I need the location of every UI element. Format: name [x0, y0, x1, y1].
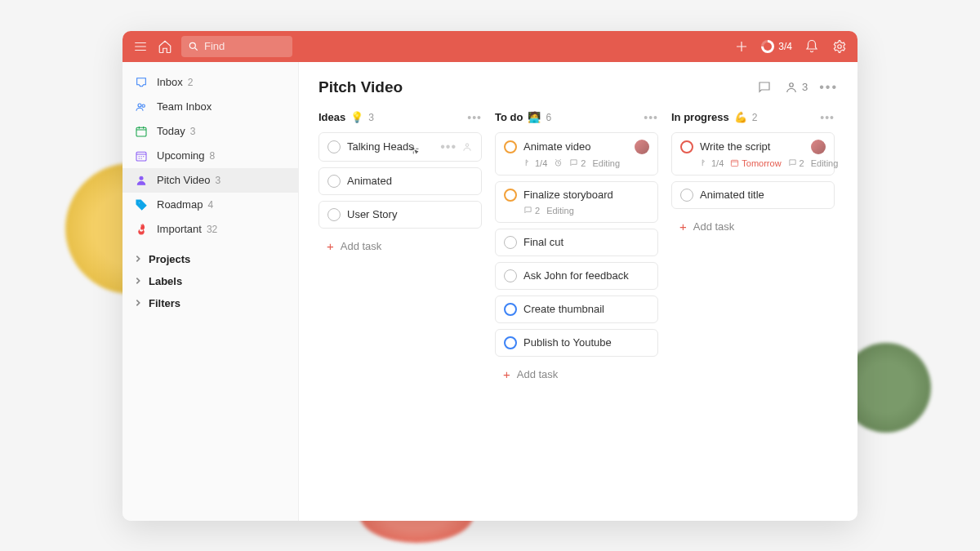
svg-point-1 [838, 44, 842, 48]
search-input[interactable] [204, 40, 286, 52]
comments-icon[interactable] [756, 79, 773, 96]
task-card[interactable]: Publish to Youtube [495, 329, 658, 357]
sidebar-item-pitch-video[interactable]: Pitch Video 3 [122, 168, 298, 193]
sidebar-group-filters[interactable]: Filters [122, 292, 298, 314]
subtask-count: 1/4 [523, 158, 547, 168]
task-title: User Story [347, 208, 473, 220]
column-to-do: To do 🧑‍💻 6 ••• Animate video 1/42Editin… [495, 111, 658, 386]
task-checkbox[interactable] [680, 140, 693, 153]
column-more-menu[interactable]: ••• [644, 111, 658, 124]
share-button[interactable]: 3 [784, 80, 808, 95]
sidebar-item-label: Pitch Video [157, 174, 211, 186]
assignee-avatar[interactable] [635, 140, 649, 154]
svg-point-9 [412, 148, 414, 149]
column-emoji: 💪 [734, 111, 747, 123]
task-checkbox[interactable] [327, 208, 341, 221]
task-checkbox[interactable] [504, 236, 517, 249]
sidebar-item-team-inbox[interactable]: Team Inbox [122, 95, 298, 119]
task-card[interactable]: Animated [318, 167, 482, 195]
task-card[interactable]: Ask John for feedback [495, 262, 658, 290]
column-count: 6 [546, 112, 551, 123]
assignee-avatar[interactable] [811, 140, 826, 154]
tray-icon [134, 75, 149, 90]
search-box[interactable] [181, 36, 292, 57]
task-checkbox[interactable] [504, 303, 517, 316]
task-checkbox[interactable] [327, 175, 341, 188]
column-header: To do 🧑‍💻 6 ••• [495, 111, 658, 124]
topbar: 3/4 [122, 31, 858, 62]
task-card[interactable]: Finalize storyboard 2Editing [495, 181, 658, 223]
column-more-menu[interactable]: ••• [467, 111, 482, 124]
productivity-badge[interactable]: 3/4 [761, 40, 792, 53]
app-window: 3/4 Inbox 2 Team Inbox Today 3 Upcoming … [122, 31, 858, 521]
settings-icon[interactable] [831, 38, 848, 55]
column-header: In progress 💪 2 ••• [671, 111, 835, 124]
svg-point-10 [466, 143, 469, 146]
sidebar-item-upcoming[interactable]: Upcoming 8 [122, 144, 298, 168]
column-title: Ideas [318, 111, 345, 123]
sidebar-item-count: 4 [207, 199, 213, 211]
sidebar-item-inbox[interactable]: Inbox 2 [122, 70, 298, 95]
card-more-icon[interactable]: ••• [440, 140, 457, 154]
home-icon[interactable] [157, 38, 173, 55]
column-emoji: 💡 [350, 111, 363, 123]
chevron-right-icon [134, 255, 142, 263]
more-menu[interactable]: ••• [819, 80, 838, 95]
sidebar-group-projects[interactable]: Projects [122, 248, 298, 270]
person-icon [784, 80, 799, 95]
add-task-button[interactable]: + Add task [671, 215, 835, 238]
svg-point-6 [140, 176, 143, 180]
task-card[interactable]: User Story [318, 201, 482, 229]
card-label: Editing [546, 206, 574, 216]
task-card[interactable]: Talking Heads ••• [318, 132, 482, 162]
team-tray-icon [134, 100, 149, 114]
card-meta: 1/42Editing [523, 158, 649, 168]
column-ideas: Ideas 💡 3 ••• Talking Heads ••• Animated [318, 111, 482, 258]
task-card[interactable]: Write the script 1/4Tomorrow2Editing [671, 132, 835, 176]
svg-point-0 [189, 42, 195, 48]
column-more-menu[interactable]: ••• [820, 111, 835, 124]
menu-icon[interactable] [132, 38, 149, 55]
add-task-label: Add task [517, 368, 559, 380]
task-checkbox[interactable] [504, 140, 517, 153]
task-card[interactable]: Final cut [495, 229, 658, 256]
sidebar-group-label: Projects [149, 253, 190, 265]
task-checkbox[interactable] [504, 336, 517, 349]
sidebar-item-label: Today [157, 125, 185, 137]
sidebar-item-label: Upcoming [157, 149, 205, 162]
task-title: Create thumbnail [523, 303, 649, 315]
add-task-button[interactable]: + Add task [318, 234, 482, 258]
sidebar-item-count: 3 [190, 126, 196, 137]
assign-icon[interactable] [461, 141, 473, 153]
task-checkbox[interactable] [327, 140, 341, 153]
progress-text: 3/4 [778, 41, 792, 52]
task-checkbox[interactable] [504, 269, 517, 282]
task-card[interactable]: Animated title [671, 181, 835, 209]
add-icon[interactable] [733, 38, 750, 55]
calendar-today-icon [134, 124, 149, 139]
card-hover-actions[interactable]: ••• [440, 140, 473, 154]
sidebar-item-important[interactable]: Important 32 [122, 217, 298, 242]
sidebar-item-label: Roadmap [157, 198, 203, 211]
cursor-icon [409, 144, 421, 156]
column-title: In progress [671, 111, 729, 123]
sidebar-group-label: Filters [149, 297, 180, 309]
task-card[interactable]: Animate video 1/42Editing [495, 132, 658, 176]
card-meta: 1/4Tomorrow2Editing [700, 158, 826, 168]
chevron-right-icon [134, 277, 142, 285]
subtask-count: 1/4 [700, 158, 724, 168]
comment-count: 2 [523, 206, 540, 216]
column-count: 3 [368, 112, 374, 123]
task-checkbox[interactable] [680, 189, 693, 202]
sidebar-group-labels[interactable]: Labels [122, 270, 298, 292]
task-title: Animated title [700, 189, 826, 201]
add-task-label: Add task [693, 220, 735, 233]
task-card[interactable]: Create thumbnail [495, 295, 658, 323]
sidebar-item-today[interactable]: Today 3 [122, 119, 298, 144]
notifications-icon[interactable] [804, 38, 820, 55]
task-checkbox[interactable] [504, 189, 517, 202]
add-task-button[interactable]: + Add task [495, 362, 658, 386]
sidebar-item-roadmap[interactable]: Roadmap 4 [122, 193, 298, 217]
task-title: Talking Heads [347, 140, 434, 153]
sidebar-item-count: 2 [188, 77, 194, 88]
